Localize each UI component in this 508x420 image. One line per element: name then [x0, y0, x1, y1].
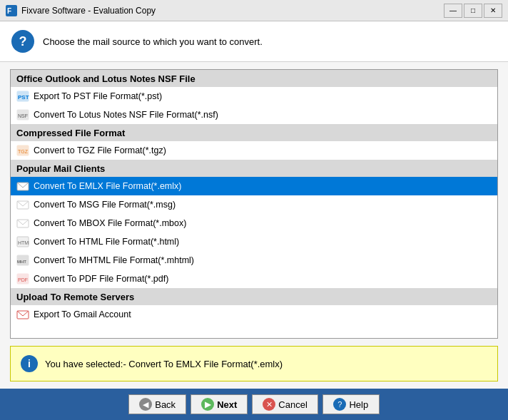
info-icon: i: [21, 355, 38, 372]
list-item[interactable]: Convert To EMLX File Format(*.emlx): [11, 177, 497, 195]
item-icon-mhtml: MHT: [16, 254, 29, 267]
svg-text:PST: PST: [18, 94, 29, 101]
list-item[interactable]: Office Outlook and Lotus Notes NSF File: [11, 70, 497, 87]
help-icon: ?: [333, 398, 346, 411]
next-label: Next: [217, 399, 237, 410]
list-item[interactable]: NSF Convert To Lotus Notes NSF File Form…: [11, 106, 497, 124]
svg-text:F: F: [7, 7, 11, 15]
next-icon: ▶: [201, 398, 214, 411]
group-label: Upload To Remote Servers: [16, 292, 134, 302]
list-item[interactable]: Convert To MSG File Format(*.msg): [11, 195, 497, 214]
group-label: Popular Mail Clients: [16, 163, 105, 174]
help-label: Help: [349, 399, 368, 410]
window-body: ? Choose the mail source to which you wa…: [0, 21, 508, 420]
group-label: Compressed File Format: [16, 128, 125, 138]
item-label: Convert to TGZ File Format(*.tgz): [34, 145, 166, 155]
app-icon: F: [6, 5, 17, 16]
group-label: Office Outlook and Lotus Notes NSF File: [16, 73, 195, 84]
title-bar-text: Fixvare Software - Evaluation Copy: [21, 6, 156, 16]
cancel-icon: ✕: [263, 398, 275, 411]
list-item[interactable]: TGZ Convert to TGZ File Format(*.tgz): [11, 141, 497, 160]
list-item[interactable]: Convert To MBOX File Format(*.mbox): [11, 214, 497, 232]
back-icon: ◀: [139, 398, 152, 411]
title-bar-controls: — □ ✕: [444, 4, 502, 18]
cancel-button[interactable]: ✕ Cancel: [252, 394, 318, 414]
list-item[interactable]: Upload To Remote Servers: [11, 288, 497, 305]
info-text: You have selected:- Convert To EMLX File…: [45, 359, 283, 369]
item-icon-mbox: [16, 217, 29, 230]
item-label: Convert To EMLX File Format(*.emlx): [34, 181, 181, 191]
list-item[interactable]: PDF Convert To PDF File Format(*.pdf): [11, 270, 497, 288]
item-label: Convert To MBOX File Format(*.mbox): [34, 218, 186, 228]
minimize-button[interactable]: —: [444, 4, 462, 18]
item-icon-pst: PST: [16, 90, 29, 103]
svg-text:NSF: NSF: [18, 113, 28, 118]
title-bar: F Fixvare Software - Evaluation Copy — □…: [0, 0, 508, 21]
format-list[interactable]: Office Outlook and Lotus Notes NSF File …: [10, 69, 498, 339]
item-label: Convert To HTML File Format(*.html): [34, 237, 179, 247]
item-icon-emlx: [16, 180, 29, 193]
back-button[interactable]: ◀ Back: [128, 394, 186, 414]
svg-text:HTML: HTML: [18, 240, 29, 245]
info-box: i You have selected:- Convert To EMLX Fi…: [10, 346, 498, 381]
bottom-bar: ◀ Back ▶ Next ✕ Cancel ? Help: [0, 389, 508, 420]
cancel-label: Cancel: [278, 399, 307, 410]
list-item[interactable]: HTML Convert To HTML File Format(*.html): [11, 232, 497, 251]
item-label: Convert To MHTML File Format(*.mhtml): [34, 255, 194, 265]
next-button[interactable]: ▶ Next: [190, 394, 248, 414]
item-icon-tgz: TGZ: [16, 144, 29, 157]
list-item[interactable]: Compressed File Format: [11, 124, 497, 141]
item-label: Export To PST File Format(*.pst): [34, 91, 162, 101]
list-item[interactable]: MHT Convert To MHTML File Format(*.mhtml…: [11, 251, 497, 270]
item-icon-html: HTML: [16, 235, 29, 248]
header-text: Choose the mail source to which you want…: [43, 36, 263, 47]
close-button[interactable]: ✕: [484, 4, 502, 18]
item-icon-pdf: PDF: [16, 272, 29, 285]
back-label: Back: [155, 399, 176, 410]
svg-text:PDF: PDF: [18, 277, 28, 282]
item-label: Convert To Lotus Notes NSF File Format(*…: [34, 110, 218, 120]
item-label: Convert To PDF File Format(*.pdf): [34, 274, 168, 284]
list-item[interactable]: Popular Mail Clients: [11, 160, 497, 177]
svg-text:TGZ: TGZ: [18, 149, 29, 154]
content-area: Office Outlook and Lotus Notes NSF File …: [0, 62, 508, 389]
header-icon: ?: [11, 30, 34, 53]
list-item[interactable]: PST Export To PST File Format(*.pst): [11, 87, 497, 106]
item-label: Convert To MSG File Format(*.msg): [34, 200, 176, 210]
item-icon-gmail: [16, 308, 29, 321]
list-item[interactable]: Export To Gmail Account: [11, 305, 497, 324]
maximize-button[interactable]: □: [464, 4, 482, 18]
item-icon-nsf: NSF: [16, 108, 29, 121]
header-area: ? Choose the mail source to which you wa…: [0, 21, 508, 62]
item-icon-msg: [16, 198, 29, 211]
help-button[interactable]: ? Help: [322, 394, 380, 414]
svg-text:MHT: MHT: [17, 260, 26, 264]
item-label: Export To Gmail Account: [34, 309, 131, 319]
